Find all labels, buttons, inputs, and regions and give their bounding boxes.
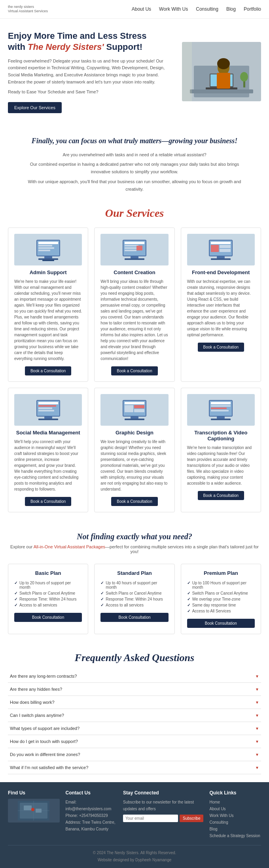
- svg-rect-49: [125, 405, 133, 412]
- plan-premium-title: Premium Plan: [187, 570, 255, 576]
- svg-point-10: [240, 72, 248, 81]
- plan-basic-cta[interactable]: Book Consultation: [14, 613, 82, 622]
- nav-portfolio[interactable]: Portfolio: [244, 6, 261, 12]
- packages-link[interactable]: All-in-One Virtual Assistant Packages: [34, 544, 105, 549]
- plan-standard-cta[interactable]: Book Consultation: [100, 613, 168, 622]
- hero-heading-suffix: Support!: [104, 42, 142, 52]
- service-graphic-cta[interactable]: Book a Consultation: [111, 497, 158, 506]
- svg-rect-2: [190, 89, 253, 93]
- faq-arrow-2: ▼: [255, 700, 259, 705]
- faq-item-4[interactable]: What types of support are included? ▼: [8, 722, 261, 735]
- footer-link-home[interactable]: Home: [209, 799, 261, 805]
- tagline-heading: Finally, you can focus on what truly mat…: [12, 137, 257, 145]
- svg-rect-57: [211, 405, 231, 407]
- service-content-image: [100, 234, 168, 265]
- service-social-cta[interactable]: Book a Consultation: [25, 497, 72, 506]
- svg-rect-56: [211, 402, 231, 404]
- faq-item-7[interactable]: What if I'm not satisfied with the servi…: [8, 761, 261, 774]
- footer-contact-title: Contact Us: [66, 790, 117, 796]
- svg-rect-32: [211, 242, 231, 244]
- footer-link-consulting[interactable]: Consulting: [209, 819, 261, 826]
- footer-link-about[interactable]: About Us: [209, 805, 261, 812]
- footer-link-blog[interactable]: Blog: [209, 826, 261, 832]
- hero-p1: Feeling overwhelmed? Delegate your tasks…: [8, 58, 174, 85]
- footer-stay-connected-title: Stay Connected: [123, 790, 203, 796]
- service-transcription-cta[interactable]: Book a Consultation: [198, 491, 244, 500]
- footer-subscribe-desc: Subscribe to our newsletter for the late…: [123, 799, 203, 812]
- faq-item-0[interactable]: Are there any long-term contracts? ▼: [8, 670, 261, 683]
- faq-item-5[interactable]: How do I get in touch with support? ▼: [8, 735, 261, 748]
- svg-rect-60: [217, 417, 225, 419]
- footer-find-us-title: Find Us: [8, 790, 60, 796]
- plan-standard-features: Up to 40 hours of support per month Swit…: [100, 580, 168, 608]
- subscribe-button[interactable]: Subscribe: [180, 815, 203, 822]
- svg-rect-53: [125, 419, 144, 420]
- plan-standard-feature-3: Access to all services: [100, 602, 168, 608]
- services-grid: Admin Support We're here to make your li…: [8, 227, 261, 512]
- footer-col-stay-connected: Stay Connected Subscribe to our newslett…: [123, 790, 203, 839]
- plan-basic-feature-2: Response Time: Within 24 hours: [14, 596, 82, 602]
- tagline-p3: With our unique approach, you'll find th…: [24, 178, 245, 193]
- svg-rect-24: [125, 245, 138, 246]
- svg-rect-45: [38, 419, 58, 420]
- service-frontend-cta[interactable]: Book a Consultation: [198, 343, 244, 352]
- not-finding-section: Not finding exactly what you need? Explo…: [0, 520, 269, 558]
- svg-rect-34: [220, 245, 231, 248]
- hero-heading-prefix: with: [8, 42, 28, 52]
- service-graphic-title: Graphic Design: [100, 430, 168, 436]
- faq-item-3[interactable]: Can I switch plans anytime? ▼: [8, 709, 261, 722]
- explore-services-button[interactable]: Explore Our Services: [8, 102, 62, 113]
- footer-grid: Find Us Contact Us Email: info@thenerdys…: [8, 790, 261, 839]
- svg-rect-41: [38, 405, 56, 407]
- plan-standard-title: Standard Plan: [100, 570, 168, 576]
- nav-consulting[interactable]: Consulting: [196, 6, 218, 12]
- plan-premium-cta[interactable]: Book Consultation: [187, 619, 255, 628]
- nav-blog[interactable]: Blog: [226, 6, 236, 12]
- service-transcription-title: Transcription & Video Captioning: [187, 430, 255, 442]
- faq-item-6[interactable]: Do you work in different time zones? ▼: [8, 748, 261, 761]
- faq-list: Are there any long-term contracts? ▼ Are…: [8, 670, 261, 774]
- plan-basic-feature-1: Switch Plans or Cancel Anytime: [14, 590, 82, 596]
- plan-standard-feature-1: Switch Plans or Cancel Anytime: [100, 590, 168, 596]
- svg-rect-27: [136, 246, 142, 250]
- nav-links: About Us Work With Us Consulting Blog Po…: [132, 6, 261, 12]
- svg-rect-48: [125, 402, 144, 404]
- service-card-social: Social Media Management We'll help you c…: [8, 388, 88, 512]
- svg-rect-19: [38, 258, 58, 260]
- svg-rect-37: [211, 258, 231, 260]
- plan-premium-feature-3: Same day response time: [187, 602, 255, 608]
- svg-rect-43: [38, 410, 54, 411]
- hero-p2: Ready to Ease Your Schedule and Save Tim…: [8, 89, 174, 96]
- subscribe-input[interactable]: [123, 815, 178, 822]
- hero-heading: Enjoy More Time and Less Stress with The…: [8, 30, 174, 53]
- footer-col-contact: Contact Us Email: info@thenerdysisters.c…: [66, 790, 117, 839]
- svg-rect-7: [217, 73, 230, 89]
- svg-rect-51: [134, 409, 144, 412]
- service-card-frontend: Front-end Development With our technical…: [181, 227, 261, 382]
- footer-link-work[interactable]: Work With Us: [209, 812, 261, 819]
- faq-item-2[interactable]: How does billing work? ▼: [8, 696, 261, 709]
- nav-about[interactable]: About Us: [132, 6, 151, 12]
- faq-item-1[interactable]: Are there any hidden fees? ▼: [8, 683, 261, 696]
- faq-arrow-0: ▼: [255, 674, 259, 678]
- plan-premium-feature-4: Access to All Services: [187, 608, 255, 614]
- plan-card-standard: Standard Plan Up to 40 hours of support …: [94, 564, 174, 634]
- footer: Find Us Contact Us Email: info@thenerdys…: [0, 782, 269, 868]
- service-card-graphic: Graphic Design We love bringing creativi…: [94, 388, 174, 512]
- tagline-section: Finally, you can focus on what truly mat…: [0, 125, 269, 199]
- logo-line1: the nerdy sisters: [8, 5, 48, 9]
- plan-basic-title: Basic Plan: [14, 570, 82, 576]
- service-admin-cta[interactable]: Book a Consultation: [25, 366, 72, 375]
- svg-rect-14: [38, 242, 58, 244]
- plan-card-premium: Premium Plan Up to 100 Hours of support …: [181, 564, 261, 634]
- footer-link-strategy[interactable]: Schedule a Strategy Session: [209, 832, 261, 839]
- service-content-cta[interactable]: Book a Consultation: [111, 366, 158, 375]
- svg-rect-50: [134, 405, 144, 408]
- service-frontend-image: [187, 234, 255, 265]
- services-heading: Our Services: [8, 207, 261, 220]
- svg-rect-15: [38, 245, 52, 246]
- nav-work[interactable]: Work With Us: [159, 6, 188, 12]
- svg-rect-42: [38, 407, 52, 409]
- faq-question-7: What if I'm not satisfied with the servi…: [10, 765, 88, 770]
- faq-arrow-6: ▼: [255, 752, 259, 757]
